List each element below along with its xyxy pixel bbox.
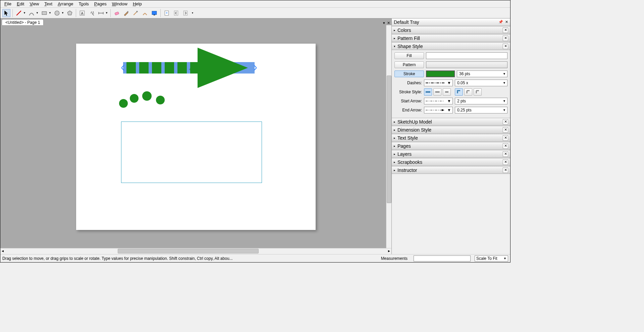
- tray-header[interactable]: Default Tray 📌 ✕: [392, 18, 510, 26]
- stroke-join-round[interactable]: [464, 88, 472, 96]
- end-arrow-combo[interactable]: ▼: [424, 107, 453, 113]
- panel-scrapbooks[interactable]: ▸Scrapbooks✕: [392, 158, 510, 166]
- present-tool[interactable]: [150, 9, 158, 17]
- panel-close-icon[interactable]: ✕: [503, 135, 508, 141]
- scroll-left-icon[interactable]: ◄: [1, 249, 4, 253]
- eraser-tool[interactable]: [113, 9, 121, 17]
- horizontal-scrollbar[interactable]: ◄ ►: [0, 248, 391, 254]
- panel-dimension[interactable]: ▸Dimension Style✕: [392, 126, 510, 134]
- rectangle-tool-dropdown[interactable]: ▼: [48, 11, 52, 14]
- panel-instructor[interactable]: ▸Instructor✕: [392, 166, 510, 174]
- panel-close-icon[interactable]: ✕: [503, 28, 508, 33]
- rectangle-tool[interactable]: [40, 9, 48, 17]
- arrow-dash[interactable]: [177, 62, 187, 74]
- selection-handle-right[interactable]: [253, 65, 257, 70]
- canvas-rectangle[interactable]: [121, 122, 262, 183]
- circle-tool-dropdown[interactable]: ▼: [61, 11, 64, 14]
- line-tool-dropdown[interactable]: ▼: [23, 11, 26, 14]
- dashes-preview-combo[interactable]: ▼: [424, 80, 453, 86]
- arrow-dash[interactable]: [126, 62, 136, 74]
- panel-close-icon[interactable]: ✕: [503, 127, 508, 133]
- line-tool[interactable]: [15, 9, 23, 17]
- select-tool[interactable]: [2, 9, 10, 17]
- menu-window[interactable]: Window: [109, 1, 130, 7]
- pattern-button[interactable]: Pattern: [394, 61, 424, 68]
- panel-close-icon[interactable]: ✕: [503, 168, 508, 173]
- menu-tools[interactable]: Tools: [76, 1, 91, 7]
- menu-arrange[interactable]: Arrange: [55, 1, 76, 7]
- arrow-dash[interactable]: [139, 62, 149, 74]
- stroke-cap-square[interactable]: [443, 88, 451, 96]
- polygon-tool[interactable]: [66, 9, 74, 17]
- tray-close-icon[interactable]: ✕: [505, 20, 508, 24]
- panel-colors[interactable]: ▸Colors✕: [392, 26, 510, 34]
- arrow-dash[interactable]: [152, 62, 161, 74]
- selection-handle-left[interactable]: [121, 65, 125, 70]
- panel-close-icon[interactable]: ✕: [503, 159, 508, 165]
- menu-file[interactable]: File: [2, 1, 14, 7]
- scrollbar-thumb[interactable]: [387, 76, 391, 203]
- tab-menu-dropdown[interactable]: ▾: [383, 21, 385, 25]
- start-arrow-combo[interactable]: ▼: [424, 98, 453, 104]
- next-page-tool[interactable]: [181, 9, 190, 17]
- canvas-dot[interactable]: [156, 96, 165, 104]
- canvas-dot[interactable]: [119, 99, 128, 108]
- panel-shape-style[interactable]: ▾Shape Style✕: [392, 42, 510, 50]
- label-tool[interactable]: A1: [88, 9, 96, 17]
- panel-close-icon[interactable]: ✕: [503, 44, 508, 49]
- arrow-dash[interactable]: [165, 62, 174, 74]
- canvas-viewport[interactable]: + ◄ ►: [0, 25, 391, 254]
- circle-tool[interactable]: [53, 9, 61, 17]
- join-tool[interactable]: [141, 9, 149, 17]
- menu-text[interactable]: Text: [42, 1, 55, 7]
- prev-page-tool[interactable]: [172, 9, 180, 17]
- end-arrow-size-combo[interactable]: 0.25 pts▼: [455, 107, 507, 113]
- dimension-tool-dropdown[interactable]: ▼: [105, 11, 108, 14]
- panel-pattern-fill[interactable]: ▸Pattern Fill✕: [392, 34, 510, 42]
- measurements-input[interactable]: [414, 255, 471, 262]
- panel-close-icon[interactable]: ✕: [503, 151, 508, 157]
- style-tool[interactable]: [122, 9, 130, 17]
- stroke-size-combo[interactable]: 36 pts▼: [457, 70, 507, 77]
- page[interactable]: +: [76, 44, 316, 230]
- tab-close[interactable]: ✕: [387, 21, 390, 25]
- canvas-dot[interactable]: [142, 91, 152, 101]
- panel-layers[interactable]: ▸Layers✕: [392, 150, 510, 158]
- fill-button[interactable]: Fill: [394, 52, 424, 59]
- dashes-value-combo[interactable]: 0.05 x▼: [455, 80, 507, 86]
- arc-tool-dropdown[interactable]: ▼: [36, 11, 39, 14]
- panel-text-style[interactable]: ▸Text Style✕: [392, 134, 510, 142]
- stroke-join-bevel[interactable]: [474, 88, 482, 96]
- menu-pages[interactable]: Pages: [92, 1, 109, 7]
- stroke-cap-flat[interactable]: [424, 88, 432, 96]
- stroke-join-miter[interactable]: [455, 88, 463, 96]
- zoom-combo[interactable]: Scale To Fit▼: [475, 255, 508, 262]
- panel-sketchup[interactable]: ▸SketchUp Model✕: [392, 118, 510, 126]
- panel-pages[interactable]: ▸Pages✕: [392, 142, 510, 150]
- scroll-right-icon[interactable]: ►: [387, 249, 391, 253]
- vertical-scrollbar[interactable]: [386, 25, 391, 248]
- stroke-swatch[interactable]: [426, 70, 455, 77]
- split-tool[interactable]: [131, 9, 140, 17]
- text-tool[interactable]: A: [78, 9, 86, 17]
- stroke-cap-round[interactable]: [433, 88, 441, 96]
- panel-close-icon[interactable]: ✕: [503, 36, 508, 41]
- scrollbar-thumb[interactable]: [118, 249, 259, 253]
- canvas-dot[interactable]: [130, 94, 139, 103]
- arc-tool[interactable]: [28, 9, 36, 17]
- fill-swatch[interactable]: [426, 52, 507, 59]
- start-arrow-size-combo[interactable]: 2 pts▼: [455, 98, 507, 104]
- panel-close-icon[interactable]: ✕: [503, 143, 508, 149]
- dimension-tool[interactable]: [97, 9, 105, 17]
- menu-view[interactable]: View: [27, 1, 42, 7]
- menu-edit[interactable]: Edit: [14, 1, 27, 7]
- stroke-button[interactable]: Stroke: [394, 70, 424, 77]
- toolbar-overflow[interactable]: ▾: [191, 11, 194, 14]
- page-tab[interactable]: <Untitled> - Page 1: [2, 19, 44, 25]
- menu-help[interactable]: Help: [130, 1, 145, 7]
- add-page-tool[interactable]: +: [163, 9, 171, 17]
- arrow-head[interactable]: [198, 48, 248, 88]
- pattern-swatch[interactable]: [426, 61, 507, 68]
- selection-center-mark[interactable]: +: [189, 66, 192, 72]
- panel-close-icon[interactable]: ✕: [503, 119, 508, 125]
